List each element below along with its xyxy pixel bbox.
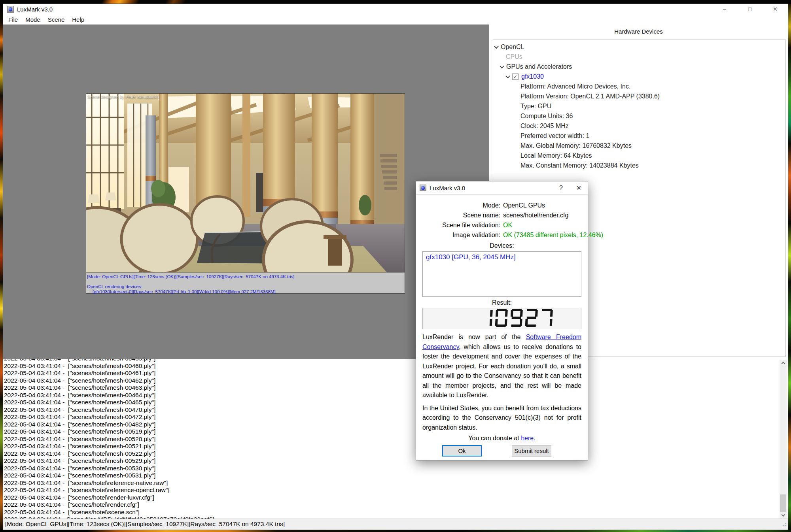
log-line: 2022-05-04 03:41:04 -["scenes/hotel\mesh… <box>4 450 778 458</box>
tree-item-gpus[interactable]: GPUs and Accelerators <box>493 62 785 72</box>
log-timestamp: 2022-05-04 03:41:04 - <box>4 487 68 494</box>
device-detail-row[interactable]: Platform Version: OpenCL 2.1 AMD-APP (33… <box>493 91 785 101</box>
log-file: ["scenes/hotel\mesh-00462.ply"] <box>68 377 155 384</box>
log-file: ["scenes/hotel\mesh-00464.ply"] <box>68 392 155 398</box>
menu-file[interactable]: File <box>5 15 22 24</box>
log-line: 2022-05-04 03:41:04 -["scenes/hotel\mesh… <box>4 377 778 385</box>
donate-text: You can donate at <box>468 435 521 441</box>
log-timestamp: 2022-05-04 03:41:04 - <box>4 384 68 392</box>
device-detail-row[interactable]: Clock: 2045 MHz <box>493 121 785 131</box>
devices-list[interactable]: gfx1030 [GPU, 36, 2045 MHz] <box>422 251 581 297</box>
device-detail-row[interactable]: Type: GPU <box>493 101 785 111</box>
menu-mode[interactable]: Mode <box>22 15 44 24</box>
scene-credit: Scene designed by Peter Sandbacka <box>87 94 159 99</box>
log-file: ["scenes/hotel\mesh-00521.ply"] <box>68 443 155 449</box>
dialog-row-mode: Mode: OpenCL GPUs <box>416 200 588 210</box>
tree-label-gfx1030: gfx1030 <box>521 73 544 80</box>
status-bar: [Mode: OpenCL GPUs][Time: 123secs (OK)][… <box>3 519 788 529</box>
tree-label-opencl: OpenCL <box>501 43 524 51</box>
scrollbar-thumb[interactable] <box>780 494 786 512</box>
log-panel[interactable]: 2022-05-04 03:41:04 -["scenes/hotel\mesh… <box>3 359 788 519</box>
menu-help[interactable]: Help <box>68 15 88 24</box>
scrollbar-down-button[interactable] <box>780 512 787 519</box>
desktop-wallpaper-top <box>0 0 791 4</box>
log-timestamp: 2022-05-04 03:41:04 - <box>4 494 68 502</box>
log-line: 2022-05-04 03:41:04 -["scenes/hotel\mesh… <box>4 413 778 421</box>
scene-name-value: scenes/hotel/render.cfg <box>503 212 568 219</box>
log-file: ["scenes/hotel\render.cfg"] <box>68 501 139 508</box>
ok-button[interactable]: Ok <box>442 445 482 457</box>
dialog-row-image-validation: Image validation: OK (73485 different pi… <box>416 230 588 240</box>
device-detail-row[interactable]: Max. Constant Memory: 14023884 Kbytes <box>493 160 785 170</box>
tree-item-gfx1030[interactable]: ✓ gfx1030 <box>493 72 785 81</box>
log-file: ["scenes/hotel\scene.scn"] <box>68 509 140 515</box>
menu-scene[interactable]: Scene <box>44 15 69 24</box>
conservancy-paragraph: LuxRender is now part of the Software Fr… <box>422 332 581 400</box>
submit-result-button[interactable]: Submit result <box>512 445 551 457</box>
log-file: ["scenes/hotel\render-luxvr.cfg"] <box>68 494 154 501</box>
main-area: Scene designed by Peter Sandbacka [Mode:… <box>3 25 788 359</box>
log-line: 2022-05-04 03:41:04 -["scenes/hotel\rend… <box>4 501 778 509</box>
log-line: 2022-05-04 03:41:04 -["scenes/hotel\mesh… <box>4 392 778 399</box>
desktop-wallpaper-right <box>788 0 791 532</box>
desktop-wallpaper-left <box>0 0 3 532</box>
log-timestamp: 2022-05-04 03:41:04 - <box>4 421 68 428</box>
log-line: 2022-05-04 03:41:04 -["scenes/hotel\mesh… <box>4 362 778 370</box>
luxmark-app-icon <box>7 6 14 13</box>
desktop: { "window": { "title": "LuxMark v3.0", "… <box>0 0 791 532</box>
window-controls: – □ ✕ <box>712 4 788 14</box>
image-validation-label: Image validation: <box>416 232 500 239</box>
chevron-down-icon[interactable] <box>500 64 504 68</box>
device-checkbox[interactable]: ✓ <box>512 74 519 80</box>
chevron-down-icon[interactable] <box>494 44 498 48</box>
dialog-help-button[interactable]: ? <box>552 181 570 195</box>
log-file: ["scenes/hotel\mesh-00520.ply"] <box>68 436 155 442</box>
device-detail-row[interactable]: Platform: Advanced Micro Devices, Inc. <box>493 81 785 91</box>
log-line: 2022-05-04 03:41:04 -["scenes/hotel\mesh… <box>4 465 778 472</box>
scrollbar-up-button[interactable] <box>780 360 787 366</box>
title-bar[interactable]: LuxMark v3.0 – □ ✕ <box>3 4 788 14</box>
log-file: ["scenes/hotel\mesh-00482.ply"] <box>68 421 155 428</box>
resize-grip-icon[interactable] <box>782 523 787 527</box>
log-file: ["scenes/hotel\mesh-00460.ply"] <box>68 362 155 369</box>
log-timestamp: 2022-05-04 03:41:04 - <box>4 479 68 487</box>
log-line: 2022-05-04 03:41:04 -["scenes/hotel\rend… <box>4 494 778 502</box>
device-detail-row[interactable]: Preferred vector width: 1 <box>493 131 785 141</box>
device-detail-row[interactable]: Compute Units: 36 <box>493 111 785 121</box>
log-text[interactable]: 2022-05-04 03:41:04 -["scenes/hotel\mesh… <box>3 359 788 519</box>
log-timestamp: 2022-05-04 03:41:04 - <box>4 465 68 472</box>
dialog-close-button[interactable]: ✕ <box>570 181 588 195</box>
maximize-button[interactable]: □ <box>737 4 763 14</box>
log-line: 2022-05-04 03:41:04 -["scenes/hotel\mesh… <box>4 472 778 479</box>
close-button[interactable]: ✕ <box>763 4 788 14</box>
log-timestamp: 2022-05-04 03:41:04 - <box>4 472 68 479</box>
dialog-summary-rows: Mode: OpenCL GPUs Scene name: scenes/hot… <box>416 200 588 240</box>
log-line: 2022-05-04 03:41:04 -["scenes/hotel\mesh… <box>4 421 778 428</box>
donate-here-link[interactable]: here. <box>521 435 535 441</box>
tree-item-cpus[interactable]: CPUs <box>493 52 785 62</box>
tree-label-cpus: CPUs <box>506 53 522 60</box>
log-line: 2022-05-04 03:41:04 -["scenes/hotel\mesh… <box>4 359 778 362</box>
log-file: ["scenes/hotel\mesh-00459.ply"] <box>68 359 155 362</box>
minimize-button[interactable]: – <box>712 4 737 14</box>
luxmark-window: LuxMark v3.0 – □ ✕ FileModeSceneHelp <box>3 4 788 530</box>
render-status-overlay: [Mode: OpenCL GPUs][Time: 123secs (OK)][… <box>86 273 405 293</box>
devices-label: Devices: <box>416 242 588 249</box>
mode-label: Mode: <box>416 202 500 209</box>
log-line: 2022-05-04 03:41:04 -["scenes/hotel\mesh… <box>4 428 778 436</box>
log-scrollbar[interactable] <box>780 360 787 519</box>
log-timestamp: 2022-05-04 03:41:04 - <box>4 428 68 436</box>
log-line: 2022-05-04 03:41:04 -["scenes/hotel\mesh… <box>4 443 778 450</box>
luxmark-app-icon <box>420 185 426 191</box>
device-detail-row[interactable]: Local Memory: 64 Kbytes <box>493 151 785 160</box>
render-scene: Scene designed by Peter Sandbacka [Mode:… <box>86 94 405 293</box>
tree-item-opencl[interactable]: OpenCL <box>493 42 785 52</box>
log-timestamp: 2022-05-04 03:41:04 - <box>4 359 68 362</box>
device-detail-row[interactable]: Max. Global Memory: 16760832 Kbytes <box>493 141 785 151</box>
dialog-title-bar[interactable]: LuxMark v3.0 ? ✕ <box>416 181 588 195</box>
log-file: ["scenes/hotel\mesh-00461.ply"] <box>68 370 155 376</box>
result-dialog: LuxMark v3.0 ? ✕ Mode: OpenCL GPUs Scene… <box>416 181 588 460</box>
scene-name-label: Scene name: <box>416 212 500 219</box>
dialog-title: LuxMark v3.0 <box>430 185 465 191</box>
chevron-down-icon[interactable] <box>505 74 510 78</box>
